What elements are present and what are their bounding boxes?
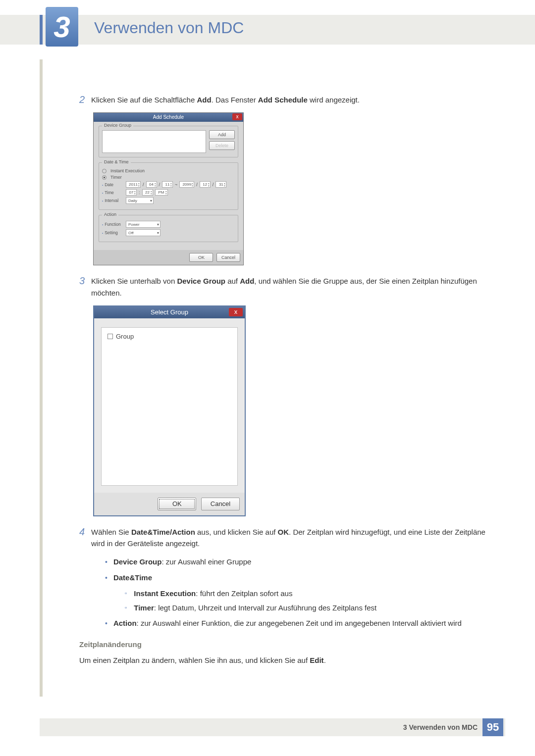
sep: /	[143, 182, 144, 187]
function-label: Function	[102, 222, 124, 227]
page-footer: 3 Verwenden von MDC 95	[40, 718, 505, 736]
tilde: ~	[175, 182, 177, 187]
panel-legend: Device Group	[102, 123, 133, 128]
dialog-title: Select Group	[151, 308, 188, 316]
tree-root-label: Group	[116, 333, 134, 340]
header-bar	[0, 15, 535, 45]
sep: /	[159, 182, 160, 187]
left-margin-rail	[40, 59, 43, 697]
panel-legend: Date & Time	[102, 159, 131, 164]
bold: Timer	[134, 604, 154, 612]
date-from-day[interactable]: 11	[162, 181, 173, 188]
add-button[interactable]: Add	[209, 130, 235, 139]
date-to-day[interactable]: 31	[215, 181, 226, 188]
dialog-titlebar: Add Schedule x	[94, 113, 243, 122]
text: auf	[225, 277, 240, 285]
text: Klicken Sie auf die Schaltfläche	[91, 96, 197, 104]
bold: Add	[240, 277, 254, 285]
bullet-action: Action: zur Auswahl einer Funktion, die …	[105, 617, 485, 629]
dialog-footer: OK Cancel	[94, 493, 245, 515]
interval-select[interactable]: Daily	[126, 197, 154, 204]
add-schedule-screenshot: Add Schedule x Device Group Add Delete	[93, 112, 485, 265]
page-number: 95	[482, 718, 503, 736]
time-hour[interactable]: 07	[126, 189, 137, 196]
step-number: 3	[79, 275, 91, 299]
device-group-panel: Device Group Add Delete	[99, 126, 238, 157]
function-select[interactable]: Power	[126, 221, 160, 228]
select-group-dialog: Select Group x Group OK Cancel	[93, 305, 246, 516]
bold: Device Group	[177, 277, 225, 285]
text: Klicken Sie unterhalb von	[91, 277, 177, 285]
step-4: 4 Wählen Sie Date&Time/Action aus, und k…	[79, 526, 485, 550]
interval-label: Interval	[102, 198, 124, 203]
subbullet-instant: Instant Execution: führt den Zeitplan so…	[125, 588, 485, 599]
ok-button[interactable]: OK	[158, 498, 196, 510]
footer-text: 3 Verwenden von MDC	[403, 723, 478, 731]
close-icon[interactable]: x	[229, 308, 243, 316]
page: 3 Verwenden von MDC 2 Klicken Sie auf di…	[0, 0, 535, 756]
dialog-titlebar: Select Group x	[94, 306, 245, 318]
panel-legend: Action	[102, 212, 118, 217]
date-from-year[interactable]: 2011	[126, 181, 141, 188]
header-accent	[40, 15, 43, 45]
bullet-date-time: Date&Time	[105, 572, 485, 584]
date-from-month[interactable]: 04	[146, 181, 157, 188]
date-time-panel: Date & Time Instant Execution Timer Date…	[99, 162, 238, 210]
cancel-button[interactable]: Cancel	[201, 498, 240, 510]
sep: /	[196, 182, 198, 187]
delete-button[interactable]: Delete	[209, 141, 235, 150]
text: : zur Auswahl einer Gruppe	[161, 557, 251, 566]
time-minute[interactable]: 22	[142, 189, 153, 196]
dialog-body: Device Group Add Delete Date & Time Inst…	[94, 122, 243, 250]
date-to-month[interactable]: 12	[200, 181, 211, 188]
text: Wählen Sie	[91, 528, 131, 536]
date-label: Date	[102, 182, 124, 187]
action-panel: Action Function Power Setting Off	[99, 215, 238, 242]
colon: :	[139, 190, 140, 195]
dialog-footer: OK Cancel	[94, 250, 243, 265]
text: . Das Fenster	[212, 96, 258, 104]
step-2: 2 Klicken Sie auf die Schaltfläche Add. …	[79, 94, 485, 105]
ok-button[interactable]: OK	[189, 253, 213, 262]
text: : zur Auswahl einer Funktion, die zur an…	[137, 619, 462, 627]
select-group-screenshot: Select Group x Group OK Cancel	[93, 305, 485, 516]
step-text: Wählen Sie Date&Time/Action aus, und kli…	[91, 526, 485, 550]
text: wird angezeigt.	[308, 96, 360, 104]
step-number: 2	[79, 94, 91, 105]
bold: Add	[197, 96, 211, 104]
sep: /	[213, 182, 214, 187]
time-ampm[interactable]: PM	[155, 189, 168, 196]
text: : führt den Zeitplan sofort aus	[196, 589, 292, 598]
text: .	[324, 656, 326, 664]
setting-select[interactable]: Off	[126, 229, 160, 236]
close-icon[interactable]: x	[232, 113, 242, 120]
add-schedule-dialog: Add Schedule x Device Group Add Delete	[93, 112, 244, 265]
bold: Instant Execution	[134, 589, 196, 598]
dialog-title: Add Schedule	[153, 114, 184, 120]
group-tree[interactable]: Group	[101, 327, 238, 486]
radio-label: Timer	[110, 175, 122, 180]
date-to-year[interactable]: 2099	[179, 181, 194, 188]
step-3: 3 Klicken Sie unterhalb von Device Group…	[79, 275, 485, 299]
device-group-list[interactable]	[102, 130, 206, 153]
tree-collapse-icon[interactable]	[107, 334, 113, 339]
edit-instruction: Um einen Zeitplan zu ändern, wählen Sie …	[79, 655, 485, 666]
cancel-button[interactable]: Cancel	[216, 253, 240, 262]
radio-label: Instant Execution	[110, 168, 145, 173]
bold: Action	[113, 619, 137, 627]
chapter-title: Verwenden von MDC	[94, 19, 244, 37]
bold: Date&Time	[113, 573, 152, 582]
bold: OK	[278, 528, 289, 536]
subsection-heading: Zeitplanänderung	[79, 640, 485, 649]
radio-instant[interactable]	[102, 169, 107, 173]
bold: Device Group	[113, 557, 162, 566]
subbullet-timer: Timer: legt Datum, Uhrzeit und Intervall…	[125, 602, 485, 613]
content-area: 2 Klicken Sie auf die Schaltfläche Add. …	[79, 94, 485, 666]
text: Um einen Zeitplan zu ändern, wählen Sie …	[79, 656, 310, 664]
setting-label: Setting	[102, 230, 124, 235]
step-text: Klicken Sie unterhalb von Device Group a…	[91, 275, 485, 299]
bold: Edit	[310, 656, 323, 664]
radio-timer[interactable]	[102, 175, 107, 180]
step-text: Klicken Sie auf die Schaltfläche Add. Da…	[91, 94, 485, 105]
bullet-device-group: Device Group: zur Auswahl einer Gruppe	[105, 556, 485, 568]
